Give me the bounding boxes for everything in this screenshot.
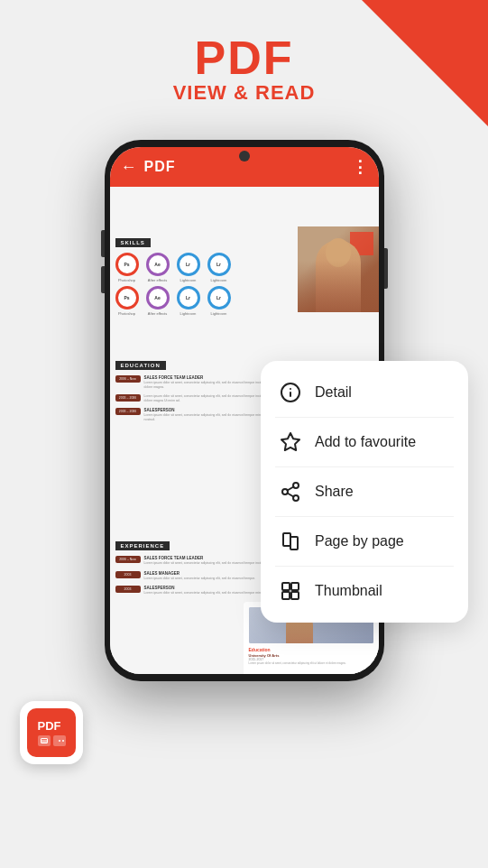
svg-rect-14: [291, 592, 299, 599]
volume-down-button: [101, 266, 105, 293]
header-subtitle: VIEW & READ: [0, 81, 488, 105]
skill-circle-lr4: Lr: [207, 286, 231, 309]
skill-lightroom4: Lr Lightroom: [207, 286, 231, 316]
bottom-education-section-label: Education: [249, 647, 373, 652]
svg-rect-13: [282, 592, 290, 599]
pdf-app-icon[interactable]: PDF: [20, 701, 83, 764]
skill-aftereffects: Ae After effects: [146, 253, 170, 282]
power-button: [384, 248, 388, 289]
skill-lightroom2: Lr Lightroom: [207, 253, 231, 282]
svg-marker-3: [281, 433, 299, 450]
skills-section: SKILLS Ps Photoshop Ae After effects Lr: [110, 226, 298, 325]
page-by-page-label: Page by page: [315, 533, 404, 549]
education-title: EDUCATION: [115, 361, 166, 370]
pdf-icon-text: PDF: [38, 720, 61, 732]
skill-circle-ps: Ps: [115, 253, 139, 276]
header-section: PDF VIEW & READ: [0, 34, 488, 105]
volume-up-button: [101, 230, 105, 257]
context-menu: Detail Add to favourite Share: [261, 361, 468, 623]
skill-circle-ae: Ae: [146, 253, 170, 276]
menu-item-page-by-page[interactable]: Page by page: [261, 517, 468, 566]
skill-circle-lr3: Lr: [177, 286, 200, 309]
skill-lightroom: Lr Lightroom: [177, 253, 200, 282]
back-icon[interactable]: ←: [121, 158, 137, 177]
menu-item-favourite[interactable]: Add to favourite: [261, 418, 468, 466]
svg-rect-11: [282, 583, 290, 590]
star-icon: [279, 430, 302, 454]
skill-aftereffects2: Ae After effects: [146, 286, 170, 316]
info-icon: [279, 381, 302, 404]
menu-item-thumbnail[interactable]: Thumbnail: [261, 567, 468, 615]
share-icon: [279, 480, 302, 503]
skill-photoshop2: Ps Photoshop: [115, 286, 139, 316]
skill-photoshop: Ps Photoshop: [115, 253, 139, 282]
overflow-menu-icon[interactable]: ⋮: [352, 157, 368, 177]
thumbnail-grid-icon: [279, 579, 302, 603]
front-camera: [239, 151, 250, 162]
skill-circle-ae2: Ae: [146, 286, 170, 309]
svg-rect-9: [283, 533, 290, 546]
thumbnail-label: Thumbnail: [315, 583, 382, 599]
detail-label: Detail: [315, 384, 352, 401]
skills-row-1: Ps Photoshop Ae After effects Lr Lightro…: [115, 253, 292, 282]
app-bar-title: PDF: [144, 159, 176, 175]
skill-circle-lr2: Lr: [207, 253, 231, 276]
share-label: Share: [315, 484, 354, 500]
menu-item-share[interactable]: Share: [261, 467, 468, 516]
svg-rect-10: [290, 537, 298, 549]
bottom-edu-description: Lorem ipsum dolor sit amet, consectetur …: [249, 661, 373, 665]
experience-title: EXPERIENCE: [115, 541, 170, 550]
favourite-label: Add to favourite: [315, 434, 416, 450]
skills-title: SKILLS: [115, 238, 151, 247]
menu-item-detail[interactable]: Detail: [261, 368, 468, 417]
pdf-icon-inner: PDF: [27, 708, 76, 757]
skill-circle-lr: Lr: [177, 253, 200, 276]
header-pdf-title: PDF: [0, 34, 488, 81]
svg-rect-12: [291, 583, 299, 590]
skill-circle-ps2: Ps: [115, 286, 139, 309]
skill-lightroom3: Lr Lightroom: [177, 286, 200, 316]
page-by-page-icon: [279, 530, 302, 553]
svg-line-8: [288, 487, 294, 491]
svg-line-7: [288, 494, 294, 497]
skills-row-2: Ps Photoshop Ae After effects Lr Lightro…: [115, 286, 292, 316]
resume-photo: [298, 226, 379, 312]
